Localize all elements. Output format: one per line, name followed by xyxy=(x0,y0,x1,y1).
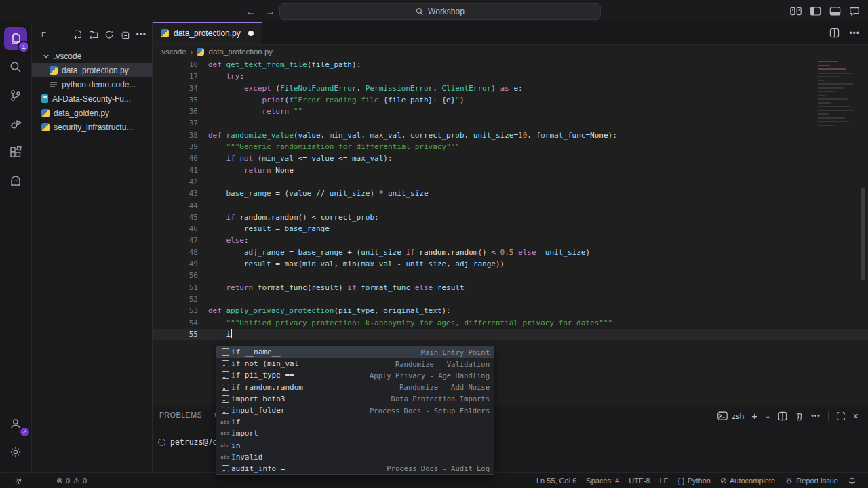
file-row[interactable]: data_golden.py xyxy=(32,106,152,120)
toggle-panel-icon[interactable] xyxy=(829,6,841,16)
line-number[interactable]: 48 xyxy=(153,247,198,258)
cursor-position[interactable]: Ln 55, Col 6 xyxy=(532,473,581,488)
language-mode[interactable]: { } Python xyxy=(673,473,715,488)
breadcrumb-folder[interactable]: .vscode xyxy=(159,47,186,56)
code-line[interactable]: 44 xyxy=(153,200,868,211)
line-number[interactable]: 10 xyxy=(153,59,198,70)
split-editor-icon[interactable] xyxy=(829,28,840,38)
suggestion-item[interactable]: abcin xyxy=(216,440,494,451)
panel-more-actions-icon[interactable]: ••• xyxy=(811,412,821,420)
code-line[interactable]: 10def get_text_from_file(file_path): xyxy=(153,59,868,70)
file-row[interactable]: security_infrastructu... xyxy=(32,120,152,134)
line-number[interactable]: 43 xyxy=(153,188,198,199)
remote-indicator[interactable] xyxy=(14,476,23,485)
run-debug-activity-button[interactable] xyxy=(4,113,27,136)
suggestion-item[interactable]: abcif xyxy=(216,416,494,428)
back-icon[interactable]: ← xyxy=(245,5,256,17)
line-number[interactable]: 36 xyxy=(153,106,198,117)
code-line[interactable]: 55 i xyxy=(153,329,868,340)
suggestion-item[interactable]: if pii_type ==Apply Privacy - Age Handli… xyxy=(216,369,494,381)
toggle-sidebar-icon[interactable] xyxy=(810,6,821,16)
editor-more-actions-icon[interactable]: ••• xyxy=(849,28,860,38)
line-number[interactable]: 39 xyxy=(153,141,198,152)
file-row[interactable]: AI-Data-Security-Fu... xyxy=(32,92,152,106)
suggestion-item[interactable]: abcimport xyxy=(216,428,494,439)
problems-status[interactable]: ⊗ 0 ⚠ 0 xyxy=(52,473,92,488)
line-number[interactable]: 42 xyxy=(153,176,198,188)
new-file-icon[interactable] xyxy=(73,30,83,39)
code-line[interactable]: 35 print(f"Error reading file {file_path… xyxy=(153,94,868,106)
code-line[interactable]: 50 xyxy=(153,270,868,281)
source-control-activity-button[interactable] xyxy=(4,84,27,107)
close-panel-icon[interactable]: × xyxy=(853,411,859,422)
terminal-shell-chip[interactable]: zsh xyxy=(717,411,744,420)
code-line[interactable]: 41 return None xyxy=(153,165,868,176)
terminal-dropdown-icon[interactable]: ⌄ xyxy=(765,412,770,420)
line-number[interactable]: 55 xyxy=(153,329,198,340)
notifications[interactable] xyxy=(843,473,861,488)
file-row[interactable]: python-demo.code... xyxy=(32,77,152,92)
code-line[interactable]: 47 else: xyxy=(153,235,868,246)
suggestion-item[interactable]: if not (min_valRandomize - Validation xyxy=(216,358,494,369)
command-center-search[interactable]: Workshop xyxy=(279,3,601,20)
line-number[interactable]: 45 xyxy=(153,211,198,223)
suggestion-item[interactable]: input_folderProcess Docs - Setup Folders xyxy=(216,405,494,416)
more-actions-icon[interactable]: ••• xyxy=(136,30,146,39)
indentation[interactable]: Spaces: 4 xyxy=(581,473,624,488)
minimap[interactable] xyxy=(818,61,857,128)
settings-button[interactable] xyxy=(4,441,27,464)
line-number[interactable]: 53 xyxy=(153,305,198,317)
line-number[interactable]: 52 xyxy=(153,293,198,305)
maximize-panel-icon[interactable] xyxy=(836,411,846,421)
code-line[interactable]: 36 return "" xyxy=(153,106,868,117)
chat-activity-button[interactable] xyxy=(4,169,27,192)
line-number[interactable]: 38 xyxy=(153,129,198,141)
code-line[interactable]: 40 if not (min_val <= value <= max_val): xyxy=(153,152,868,164)
line-number[interactable]: 40 xyxy=(153,152,198,164)
code-line[interactable]: 37 xyxy=(153,117,868,129)
modified-dot-icon[interactable] xyxy=(248,30,254,36)
code-line[interactable]: 54 """Unified privacy protection: k-anon… xyxy=(153,317,868,329)
suggestion-item[interactable]: if random.randomRandomize - Add Noise xyxy=(216,382,494,393)
new-folder-icon[interactable] xyxy=(89,30,98,39)
code-line[interactable]: 34 except (FileNotFoundError, Permission… xyxy=(153,83,868,94)
breadcrumb-file[interactable]: data_protection.py xyxy=(208,47,273,56)
code-line[interactable]: 43 base_range = (value // unit_size) * u… xyxy=(153,188,868,199)
file-row[interactable]: data_protection.py xyxy=(32,63,152,77)
code-line[interactable]: 53def apply_privacy_protection(pii_type,… xyxy=(153,305,868,317)
kill-terminal-icon[interactable] xyxy=(795,411,804,421)
line-number[interactable]: 49 xyxy=(153,258,198,270)
line-number[interactable]: 47 xyxy=(153,235,198,246)
line-number[interactable]: 34 xyxy=(153,83,198,94)
suggestion-item[interactable]: if __name__Main Entry Point xyxy=(216,346,494,358)
refresh-icon[interactable] xyxy=(104,30,114,39)
code-line[interactable]: 49 result = max(min_val, min(max_val - u… xyxy=(153,258,868,270)
code-line[interactable]: 48 adj_range = base_range + (unit_size i… xyxy=(153,247,868,258)
account-button[interactable]: ✓ xyxy=(4,412,27,435)
line-number[interactable]: 51 xyxy=(153,282,198,293)
collapse-all-icon[interactable] xyxy=(120,30,130,39)
tab-data-protection[interactable]: data_protection.py xyxy=(153,22,262,44)
forward-icon[interactable]: → xyxy=(265,5,275,17)
extensions-activity-button[interactable] xyxy=(4,141,27,164)
line-number[interactable]: 54 xyxy=(153,317,198,329)
suggestion-item[interactable]: import boto3Data Protection Imports xyxy=(216,393,494,405)
chat-icon[interactable] xyxy=(849,6,860,16)
code-line[interactable]: 45 if random.random() < correct_prob: xyxy=(153,211,868,223)
encoding[interactable]: UTF-8 xyxy=(624,473,654,488)
eol-sequence[interactable]: LF xyxy=(654,473,673,488)
code-line[interactable]: 51 return format_func(result) if format_… xyxy=(153,282,868,293)
scrollbar-thumb[interactable] xyxy=(861,188,865,280)
split-terminal-icon[interactable] xyxy=(778,411,787,421)
new-terminal-icon[interactable]: + xyxy=(751,410,757,422)
code-line[interactable]: 46 result = base_range xyxy=(153,223,868,235)
code-line[interactable]: 42 xyxy=(153,176,868,188)
line-number[interactable]: 46 xyxy=(153,223,198,235)
explorer-activity-button[interactable]: 1 xyxy=(4,27,27,50)
autocomplete-status[interactable]: ⊘ Autocomplete xyxy=(715,473,780,488)
line-number[interactable]: 17 xyxy=(153,70,198,82)
suggestion-item[interactable]: abcInvalid xyxy=(216,451,494,463)
folder-row-vscode[interactable]: .vscode xyxy=(32,49,152,63)
suggestion-item[interactable]: audit_info =Process Docs - Audit Log xyxy=(216,463,494,474)
customize-layout-icon[interactable] xyxy=(790,6,802,16)
